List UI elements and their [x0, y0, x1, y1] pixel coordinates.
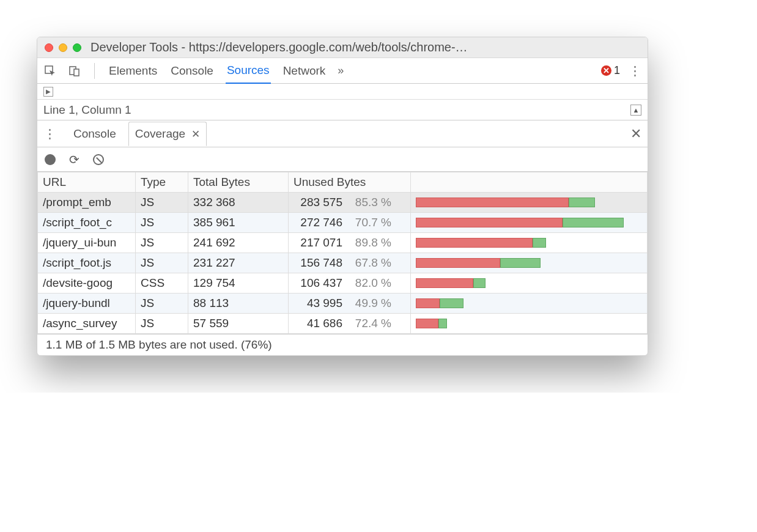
record-button[interactable] — [45, 154, 56, 165]
coverage-table: URL Type Total Bytes Unused Bytes /promp… — [37, 172, 648, 334]
cell-total-bytes: 129 754 — [188, 273, 289, 294]
drawer-tab-coverage-label: Coverage — [135, 127, 185, 141]
cell-type: JS — [136, 193, 188, 213]
error-badge[interactable]: ✕ 1 — [601, 64, 620, 77]
usage-bar-used — [533, 238, 546, 248]
cell-usage-bar — [411, 273, 648, 294]
window-close-button[interactable] — [45, 43, 53, 52]
table-row[interactable]: /jquery_ui-bunJS241 692217 07189.8 % — [38, 233, 648, 253]
header-total-bytes[interactable]: Total Bytes — [188, 172, 289, 193]
window-minimize-button[interactable] — [59, 43, 67, 52]
table-row[interactable]: /async_surveyJS57 55941 68672.4 % — [38, 314, 648, 334]
cell-usage-bar — [411, 294, 648, 314]
cell-type: JS — [136, 213, 188, 233]
header-unused-bytes[interactable]: Unused Bytes — [289, 172, 411, 193]
inspect-element-icon[interactable] — [43, 64, 57, 78]
usage-bar-unused — [416, 238, 533, 248]
cell-url: /prompt_emb — [38, 193, 136, 213]
tab-sources[interactable]: Sources — [226, 58, 271, 84]
overflow-tabs-button[interactable]: » — [338, 64, 344, 77]
drawer-close-button[interactable]: ✕ — [630, 126, 641, 141]
cell-type: JS — [136, 294, 188, 314]
usage-bar-unused — [416, 198, 569, 207]
drawer-tab-console[interactable]: Console — [67, 122, 122, 146]
cell-total-bytes: 332 368 — [188, 193, 289, 213]
cell-total-bytes: 385 961 — [188, 213, 289, 233]
clear-button[interactable] — [93, 154, 104, 165]
cell-unused-bytes: 283 57585.3 % — [289, 193, 411, 213]
cell-url: /jquery-bundl — [38, 294, 136, 314]
cell-usage-bar — [411, 193, 648, 213]
cell-unused-bytes: 272 74670.7 % — [289, 213, 411, 233]
usage-bar-used — [438, 319, 447, 328]
cell-unused-bytes: 41 68672.4 % — [289, 314, 411, 334]
usage-bar-used — [563, 218, 624, 227]
cell-url: /devsite-goog — [38, 273, 136, 294]
cell-url: /script_foot_c — [38, 213, 136, 233]
header-usage-bar[interactable] — [411, 172, 648, 193]
divider — [94, 63, 95, 79]
usage-bar-unused — [416, 258, 500, 268]
cell-url: /jquery_ui-bun — [38, 233, 136, 253]
cell-usage-bar — [411, 253, 648, 273]
window-zoom-button[interactable] — [73, 43, 81, 52]
sources-status-bar: Line 1, Column 1 ▲ — [37, 100, 648, 120]
navigator-toggle-icon[interactable]: ▶ — [43, 87, 53, 97]
cell-unused-bytes: 156 74867.8 % — [289, 253, 411, 273]
usage-bar-used — [473, 278, 486, 288]
cell-usage-bar — [411, 213, 648, 233]
usage-bar-unused — [416, 298, 440, 308]
table-row[interactable]: /devsite-googCSS129 754106 43782.0 % — [38, 273, 648, 294]
usage-bar-used — [569, 198, 595, 207]
cursor-position: Line 1, Column 1 — [43, 103, 131, 117]
cell-type: CSS — [136, 273, 188, 294]
coverage-summary: 1.1 MB of 1.5 MB bytes are not used. (76… — [37, 334, 648, 355]
usage-bar-unused — [416, 218, 563, 227]
settings-menu-button[interactable]: ⋮ — [629, 64, 641, 77]
close-icon[interactable]: ✕ — [191, 128, 200, 141]
cell-type: JS — [136, 233, 188, 253]
reload-button[interactable]: ⟳ — [69, 152, 79, 167]
cell-total-bytes: 241 692 — [188, 233, 289, 253]
drawer-collapse-button[interactable]: ▲ — [630, 105, 641, 116]
usage-bar-used — [440, 298, 463, 308]
usage-bar-unused — [416, 319, 438, 328]
device-toggle-icon[interactable] — [68, 64, 81, 78]
cell-type: JS — [136, 314, 188, 334]
cell-unused-bytes: 43 99549.9 % — [289, 294, 411, 314]
tab-network[interactable]: Network — [282, 59, 327, 83]
table-row[interactable]: /prompt_embJS332 368283 57585.3 % — [38, 193, 648, 213]
header-url[interactable]: URL — [38, 172, 136, 193]
cell-unused-bytes: 217 07189.8 % — [289, 233, 411, 253]
cell-total-bytes: 88 113 — [188, 294, 289, 314]
usage-bar-used — [500, 258, 541, 268]
drawer-menu-button[interactable]: ⋮ — [43, 127, 61, 141]
header-type[interactable]: Type — [136, 172, 188, 193]
tab-console[interactable]: Console — [169, 59, 215, 83]
main-tab-strip: Elements Console Sources Network » ✕ 1 ⋮ — [37, 58, 648, 84]
svg-rect-2 — [74, 69, 79, 76]
table-row[interactable]: /jquery-bundlJS88 11343 99549.9 % — [38, 294, 648, 314]
window-title: Developer Tools - https://developers.goo… — [87, 40, 640, 54]
cell-usage-bar — [411, 314, 648, 334]
drawer-tab-coverage[interactable]: Coverage ✕ — [128, 122, 207, 146]
cell-total-bytes: 57 559 — [188, 314, 289, 334]
coverage-toolbar: ⟳ — [37, 147, 648, 172]
drawer-tab-strip: ⋮ Console Coverage ✕ ✕ — [37, 120, 648, 147]
table-header-row: URL Type Total Bytes Unused Bytes — [38, 172, 648, 193]
cell-unused-bytes: 106 43782.0 % — [289, 273, 411, 294]
table-row[interactable]: /script_foot_cJS385 961272 74670.7 % — [38, 213, 648, 233]
cell-usage-bar — [411, 233, 648, 253]
error-count: 1 — [614, 64, 620, 77]
sources-file-row: ▶ — [37, 84, 648, 100]
cell-url: /script_foot.js — [38, 253, 136, 273]
cell-type: JS — [136, 253, 188, 273]
tab-elements[interactable]: Elements — [108, 59, 158, 83]
cell-url: /async_survey — [38, 314, 136, 334]
cell-total-bytes: 231 227 — [188, 253, 289, 273]
table-row[interactable]: /script_foot.jsJS231 227156 74867.8 % — [38, 253, 648, 273]
error-icon: ✕ — [601, 65, 611, 76]
titlebar: Developer Tools - https://developers.goo… — [37, 37, 648, 58]
devtools-window: Developer Tools - https://developers.goo… — [37, 37, 648, 356]
usage-bar-unused — [416, 278, 473, 288]
